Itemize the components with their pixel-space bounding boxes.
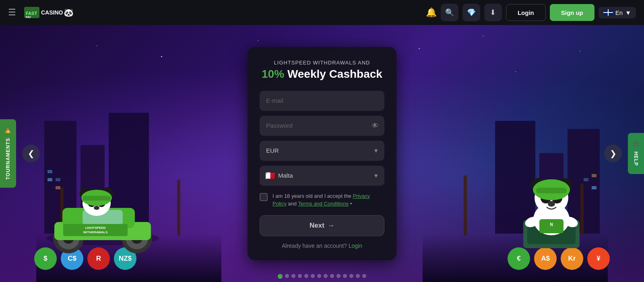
carousel-dot-3[interactable] bbox=[298, 274, 302, 278]
next-arrow-icon: → bbox=[328, 222, 334, 230]
terms-text: I am 18 years old and I accept the Priva… bbox=[272, 192, 384, 208]
country-select-wrap: 🇲🇹 Malta United Kingdom Germany France S… bbox=[260, 166, 384, 186]
notification-bell-icon[interactable]: 🔔 bbox=[426, 7, 437, 18]
help-label: HELP bbox=[633, 151, 639, 166]
trophy-icon: 🏆 bbox=[5, 127, 11, 134]
toggle-password-icon[interactable]: 👁 bbox=[372, 121, 379, 130]
carousel-dot-2[interactable] bbox=[291, 274, 295, 278]
carousel-dot-9[interactable] bbox=[336, 274, 341, 278]
svg-text:N: N bbox=[550, 222, 553, 227]
help-sidebar[interactable]: 🎧 HELP bbox=[628, 133, 644, 174]
carousel-dot-5[interactable] bbox=[311, 274, 315, 278]
logo-casino-text: CASINO bbox=[41, 9, 63, 16]
currency-select-wrap: EUR USD CAD AUD NZD ▼ bbox=[260, 141, 384, 161]
svg-text:LIGHTSPEED: LIGHTSPEED bbox=[85, 226, 105, 230]
headline-cashback: Weekly Cashback bbox=[287, 68, 382, 80]
already-account-text: Already have an account? bbox=[282, 243, 347, 249]
svg-point-22 bbox=[94, 206, 99, 210]
carousel-prev-button[interactable]: ❮ bbox=[22, 145, 40, 162]
currency-select[interactable]: EUR USD CAD AUD NZD bbox=[260, 141, 384, 161]
tournaments-label: TOURNAMENTS bbox=[5, 138, 11, 180]
svg-text:FAST: FAST bbox=[26, 11, 37, 16]
carousel-dot-7[interactable] bbox=[324, 274, 328, 278]
next-button[interactable]: Next → bbox=[260, 215, 384, 236]
download-icon: ⬇ bbox=[490, 8, 496, 17]
terms-checkbox[interactable] bbox=[260, 193, 268, 201]
logo-panda-icon: 🐼 bbox=[64, 8, 74, 17]
carousel-dot-4[interactable] bbox=[304, 274, 308, 278]
carousel-dot-6[interactable] bbox=[317, 274, 321, 278]
diamond-icon: 💎 bbox=[467, 8, 476, 17]
headline-percent: 10% bbox=[262, 68, 284, 80]
svg-rect-24 bbox=[83, 196, 111, 201]
search-icon: 🔍 bbox=[445, 8, 454, 17]
registration-card: LIGHTSPEED WITHDRAWALS AND 10% Weekly Ca… bbox=[248, 47, 396, 260]
email-input[interactable] bbox=[260, 91, 384, 111]
carousel-dot-12[interactable] bbox=[356, 274, 360, 278]
logo[interactable]: FAST PAY CASINO 🐼 bbox=[24, 7, 74, 18]
carousel-dot-13[interactable] bbox=[362, 274, 366, 278]
uk-flag-icon bbox=[603, 9, 613, 16]
login-button[interactable]: Login bbox=[506, 4, 546, 21]
carousel-dot-1[interactable] bbox=[285, 274, 289, 278]
password-input[interactable] bbox=[260, 116, 384, 136]
language-label: En bbox=[615, 9, 623, 16]
country-select[interactable]: Malta United Kingdom Germany France Spai… bbox=[260, 166, 384, 186]
carousel-dot-11[interactable] bbox=[349, 274, 353, 278]
login-link[interactable]: Login bbox=[349, 243, 362, 249]
carousel-dot-10[interactable] bbox=[343, 274, 347, 278]
headline-main: 10% Weekly Cashback bbox=[260, 67, 384, 81]
navbar: ☰ FAST PAY CASINO 🐼 🔔 🔍 💎 ⬇ Login Sign u… bbox=[0, 0, 644, 25]
login-row: Already have an account? Login bbox=[260, 243, 384, 249]
svg-text:PAY: PAY bbox=[26, 16, 31, 18]
signup-button[interactable]: Sign up bbox=[550, 4, 594, 21]
nav-icons: 🔔 🔍 💎 ⬇ Login Sign up En ▼ bbox=[426, 4, 636, 21]
password-wrap: 👁 bbox=[260, 116, 384, 136]
carousel-dot-0[interactable] bbox=[278, 274, 283, 279]
chevron-down-icon: ▼ bbox=[625, 9, 631, 16]
hamburger-button[interactable]: ☰ bbox=[8, 7, 16, 18]
svg-rect-44 bbox=[536, 188, 567, 193]
download-button[interactable]: ⬇ bbox=[484, 4, 502, 21]
svg-point-42 bbox=[548, 201, 555, 207]
terms-conditions-link[interactable]: Terms and Conditions bbox=[298, 201, 349, 207]
tournaments-sidebar[interactable]: 🏆 TOURNAMENTS bbox=[0, 119, 16, 188]
search-button[interactable]: 🔍 bbox=[441, 4, 458, 21]
headline-sub: LIGHTSPEED WITHDRAWALS AND bbox=[260, 60, 384, 66]
logo-icon: FAST PAY bbox=[24, 7, 39, 18]
language-selector[interactable]: En ▼ bbox=[599, 7, 636, 19]
diamond-button[interactable]: 💎 bbox=[462, 4, 480, 21]
main-hero-area: LIGHTSPEED WITHDRAWALS bbox=[0, 25, 644, 282]
terms-row: I am 18 years old and I accept the Priva… bbox=[260, 192, 384, 208]
panda-podium-illustration: N bbox=[499, 160, 604, 258]
svg-text:WITHDRAWALS: WITHDRAWALS bbox=[83, 230, 108, 234]
headset-icon: 🎧 bbox=[633, 141, 639, 147]
next-label: Next bbox=[310, 222, 324, 230]
carousel-dots bbox=[278, 274, 366, 279]
carousel-next-button[interactable]: ❯ bbox=[604, 145, 622, 162]
panda-car-illustration: LIGHTSPEED WITHDRAWALS bbox=[34, 160, 171, 258]
carousel-dot-8[interactable] bbox=[330, 274, 334, 278]
